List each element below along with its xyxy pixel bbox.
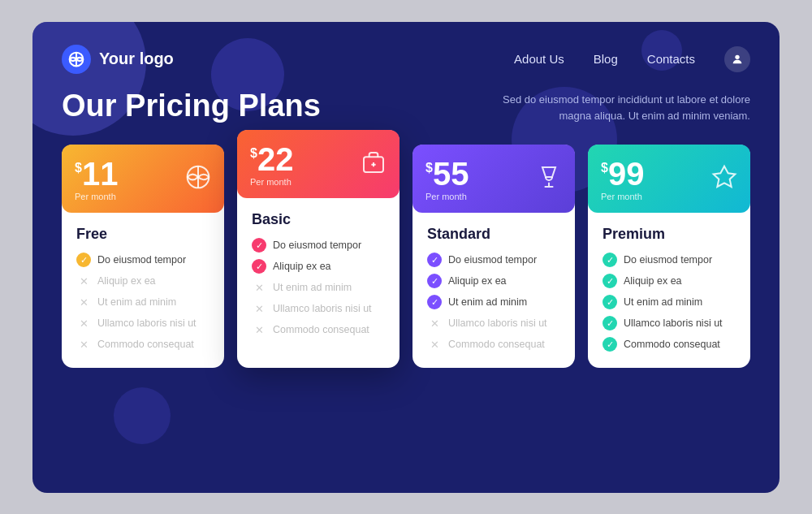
feature-list-premium: ✓ Do eiusmod tempor ✓ Aliquip ex ea ✓ Ut… (603, 253, 736, 352)
cross-icon: ✕ (252, 301, 266, 316)
svg-marker-8 (714, 166, 736, 186)
main-container: Your logo Adout Us Blog Contacts Our Pri… (32, 22, 780, 493)
feature-text: Commodo consequat (97, 339, 194, 350)
price-number: 22 (257, 143, 294, 175)
nav-contacts[interactable]: Contacts (647, 52, 695, 66)
price-row: $ 55 (425, 158, 469, 190)
feature-item: ✓ Aliquip ex ea (252, 259, 385, 274)
feature-text: Ut enim ad minim (624, 296, 702, 308)
feature-list-basic: ✓ Do eiusmod tempor ✓ Aliquip ex ea ✕ Ut… (252, 238, 385, 337)
cross-icon: ✕ (252, 280, 266, 295)
price-info: $ 22 Per month (250, 143, 293, 187)
plan-name-free: Free (76, 226, 209, 243)
cross-icon: ✕ (252, 322, 266, 337)
feature-text: Ut enim ad minim (273, 282, 352, 293)
nav-about[interactable]: Adout Us (514, 52, 564, 66)
price-number: 11 (82, 158, 119, 190)
feature-item: ✕ Ullamco laboris nisi ut (427, 316, 560, 330)
card-body-basic: Basic ✓ Do eiusmod tempor ✓ Aliquip ex e… (237, 198, 400, 353)
dollar-sign: $ (425, 161, 433, 175)
per-month-label: Per month (250, 177, 293, 187)
check-icon: ✓ (603, 316, 617, 330)
plan-name-basic: Basic (252, 211, 385, 228)
feature-text: Commodo consequat (273, 324, 369, 335)
feature-text: Aliquip ex ea (624, 275, 682, 287)
feature-item: ✓ Aliquip ex ea (603, 274, 736, 288)
check-icon: ✓ (603, 253, 617, 267)
feature-text: Ut enim ad minim (448, 296, 527, 308)
price-info: $ 55 Per month (425, 158, 469, 201)
feature-text: Do eiusmod tempor (448, 254, 537, 266)
price-row: $ 99 (601, 158, 644, 190)
card-body-free: Free ✓ Do eiusmod tempor ✕ Aliquip ex ea… (62, 213, 224, 368)
pricing-card-premium: $ 99 Per month Premium ✓ Do eiusmod temp… (588, 145, 750, 368)
feature-item: ✓ Do eiusmod tempor (252, 238, 385, 253)
pricing-cards: $ 11 Per month Free ✓ Do eiusmod tempor … (62, 145, 750, 368)
cross-icon: ✕ (76, 316, 91, 330)
feature-item: ✓ Aliquip ex ea (427, 274, 560, 288)
plan-icon-premium (711, 164, 737, 196)
card-header-premium: $ 99 Per month (588, 145, 750, 213)
svg-point-2 (735, 54, 739, 58)
cross-icon: ✕ (76, 295, 91, 309)
feature-text: Ullamco laboris nisi ut (448, 317, 547, 329)
dollar-sign: $ (75, 161, 82, 175)
feature-item: ✓ Commodo consequat (603, 337, 736, 352)
check-icon: ✓ (252, 259, 266, 274)
plan-icon-free (185, 164, 211, 196)
feature-text: Ullamco laboris nisi ut (97, 317, 197, 329)
check-icon: ✓ (427, 274, 442, 288)
hero-section: Our Pricing Plans Sed do eiusmod tempor … (62, 89, 750, 126)
per-month-label: Per month (425, 192, 469, 201)
feature-list-standard: ✓ Do eiusmod tempor ✓ Aliquip ex ea ✓ Ut… (427, 253, 560, 352)
nav-blog[interactable]: Blog (594, 52, 618, 66)
feature-item: ✕ Aliquip ex ea (76, 274, 209, 288)
feature-item: ✓ Do eiusmod tempor (76, 253, 209, 267)
feature-text: Aliquip ex ea (273, 261, 331, 272)
cross-icon: ✕ (76, 274, 91, 288)
feature-item: ✕ Commodo consequat (252, 322, 385, 337)
per-month-label: Per month (601, 192, 644, 201)
card-header-standard: $ 55 Per month (412, 145, 575, 213)
check-icon: ✓ (252, 238, 266, 253)
feature-list-free: ✓ Do eiusmod tempor ✕ Aliquip ex ea ✕ Ut… (76, 253, 209, 352)
feature-item: ✕ Commodo consequat (427, 337, 560, 352)
nav-links: Adout Us Blog Contacts (514, 46, 750, 72)
user-avatar-icon[interactable] (724, 46, 750, 72)
feature-text: Aliquip ex ea (448, 275, 507, 287)
plan-name-standard: Standard (427, 226, 560, 243)
feature-item: ✓ Do eiusmod tempor (603, 253, 736, 267)
cross-icon: ✕ (427, 316, 442, 330)
feature-text: Commodo consequat (624, 339, 720, 350)
feature-item: ✓ Ullamco laboris nisi ut (603, 316, 736, 330)
page-title: Our Pricing Plans (62, 89, 321, 124)
check-icon: ✓ (427, 295, 442, 309)
feature-item: ✕ Ullamco laboris nisi ut (252, 301, 385, 316)
check-icon: ✓ (603, 337, 617, 352)
check-icon: ✓ (603, 274, 617, 288)
price-number: 99 (608, 158, 645, 190)
plan-name-premium: Premium (603, 226, 736, 243)
logo-icon (62, 45, 91, 74)
hero-description: Sed do eiusmod tempor incididunt ut labo… (474, 89, 750, 126)
feature-text: Do eiusmod tempor (97, 254, 186, 266)
feature-text: Ullamco laboris nisi ut (273, 303, 372, 314)
header: Your logo Adout Us Blog Contacts (62, 45, 750, 74)
feature-item: ✕ Commodo consequat (76, 337, 209, 352)
card-body-premium: Premium ✓ Do eiusmod tempor ✓ Aliquip ex… (588, 213, 750, 368)
dollar-sign: $ (601, 161, 608, 175)
feature-item: ✓ Ut enim ad minim (603, 295, 736, 309)
feature-item: ✕ Ut enim ad minim (76, 295, 209, 309)
card-header-free: $ 11 Per month (62, 145, 224, 213)
cross-icon: ✕ (427, 337, 442, 352)
pricing-card-free: $ 11 Per month Free ✓ Do eiusmod tempor … (62, 145, 224, 368)
price-row: $ 22 (250, 143, 293, 175)
pricing-card-standard: $ 55 Per month Standard ✓ Do eiusmod tem… (412, 145, 575, 368)
logo-text: Your logo (99, 50, 174, 68)
feature-item: ✓ Ut enim ad minim (427, 295, 560, 309)
feature-text: Aliquip ex ea (97, 275, 156, 287)
feature-text: Ullamco laboris nisi ut (624, 317, 723, 329)
price-info: $ 11 Per month (75, 158, 118, 201)
card-header-basic: $ 22 Per month (237, 130, 400, 198)
price-row: $ 11 (75, 158, 118, 190)
